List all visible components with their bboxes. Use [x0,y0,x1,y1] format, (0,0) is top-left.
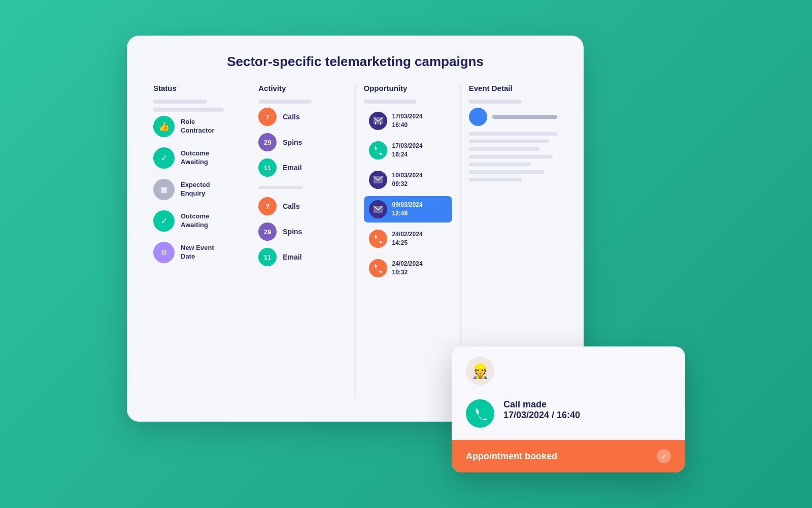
opp-5-icon [369,230,387,248]
appointment-check-icon: ✓ [657,449,671,463]
activity-column: Activity 7 Calls 29 Spins 11 Email [250,84,355,398]
outcome-awaiting-1-label: OutcomeAwaiting [181,149,209,167]
new-event-date-label: New EventDate [181,244,214,261]
status-item-outcome-2[interactable]: ✓ OutcomeAwaiting [153,210,242,232]
activity-group-1: 7 Calls 29 Spins 11 Email [258,108,347,177]
new-event-date-icon: ⚙ [153,242,175,263]
opportunity-header: Opportunity [364,84,452,92]
calls-1-label: Calls [283,113,299,121]
event-line-7 [469,178,522,181]
opp-6-icon [369,259,387,277]
activity-divider [258,186,302,189]
activity-email-1[interactable]: 11 Email [258,158,347,177]
status-item-outcome-1[interactable]: ✓ OutcomeAwaiting [153,147,242,169]
opp-2-date: 17/03/202416:24 [392,142,423,159]
event-line-3 [469,147,539,151]
activity-placeholder [258,100,312,104]
event-contact-row [469,108,557,126]
calls-1-badge: 7 [258,108,277,126]
activity-header: Activity [258,84,347,92]
event-line-6 [469,170,544,174]
opp-3-date: 10/03/202409:32 [392,171,423,188]
status-column: Status 👍 RoleContractor ✓ OutcomeAwaitin… [145,84,250,398]
calls-2-label: Calls [283,202,299,210]
status-placeholder-1 [153,100,207,104]
event-name-bar [492,115,557,119]
role-contractor-label: RoleContractor [181,118,214,135]
email-1-label: Email [283,164,301,172]
opportunity-item-5[interactable]: 24/02/202414:25 [364,226,452,252]
event-avatar [469,108,487,126]
opportunity-item-4[interactable]: 09/03/202412:49 [364,196,452,223]
opp-6-date: 24/02/202410:32 [392,260,423,277]
outcome-awaiting-1-icon: ✓ [153,147,175,169]
expected-enquiry-label: ExpectedEnquiry [181,181,210,198]
expected-enquiry-icon: ▦ [153,179,175,200]
event-detail-lines [469,132,557,181]
detail-card: 👷 Call made 17/03/2024 / 16:40 Appointme… [452,346,685,472]
status-item-new-event-date[interactable]: ⚙ New EventDate [153,242,242,263]
status-item-expected-enquiry[interactable]: ▦ ExpectedEnquiry [153,179,242,200]
event-placeholder-1 [469,100,522,104]
appointment-label: Appointment booked [466,451,557,462]
opportunity-item-6[interactable]: 24/02/202410:32 [364,255,452,281]
calls-2-badge: 7 [258,197,277,215]
activity-calls-1[interactable]: 7 Calls [258,108,347,126]
opp-4-date: 09/03/202412:49 [392,201,423,218]
email-2-badge: 11 [258,248,277,266]
status-header: Status [153,84,242,92]
email-2-label: Email [283,253,301,261]
opp-1-icon [369,112,387,130]
opp-placeholder [364,100,417,104]
opportunity-column: Opportunity 17/03/202416:40 [356,84,461,398]
opp-2-icon [369,141,387,160]
activity-calls-2[interactable]: 7 Calls [258,197,347,215]
scene: Sector-specific telemarketing campaigns … [127,36,685,472]
opportunity-item-3[interactable]: 10/03/202409:32 [364,167,452,193]
spins-1-label: Spins [283,138,302,146]
activity-email-2[interactable]: 11 Email [258,248,347,266]
detail-call-info: Call made 17/03/2024 / 16:40 [503,399,671,421]
appointment-footer[interactable]: Appointment booked ✓ [452,440,685,472]
activity-group-2: 7 Calls 29 Spins 11 Email [258,197,347,266]
spins-2-label: Spins [283,228,302,236]
event-line-1 [469,132,557,136]
event-line-5 [469,163,531,166]
spins-1-badge: 29 [258,133,277,151]
opportunity-item-2[interactable]: 17/03/202416:24 [364,137,452,164]
event-line-2 [469,140,549,143]
call-datetime: 17/03/2024 / 16:40 [503,410,671,421]
status-item-role-contractor[interactable]: 👍 RoleContractor [153,116,242,137]
opp-5-date: 24/02/202414:25 [392,230,423,247]
status-placeholder-2 [153,108,224,112]
opp-4-icon [369,200,387,218]
outcome-awaiting-2-label: OutcomeAwaiting [181,212,209,230]
activity-spins-1[interactable]: 29 Spins [258,133,347,151]
email-1-badge: 11 [258,158,277,177]
opportunity-item-1[interactable]: 17/03/202416:40 [364,108,452,134]
detail-card-top: 👷 [452,346,685,385]
spins-2-badge: 29 [258,223,277,241]
event-detail-header: Event Detail [469,84,557,92]
call-icon [466,399,494,428]
outcome-awaiting-2-icon: ✓ [153,210,175,232]
worker-emoji: 👷 [471,363,489,379]
opp-1-date: 17/03/202416:40 [392,112,423,130]
activity-spins-2[interactable]: 29 Spins [258,223,347,241]
event-line-4 [469,155,553,158]
opp-3-icon [369,171,387,189]
detail-card-body: Call made 17/03/2024 / 16:40 [452,385,685,440]
worker-icon: 👷 [466,357,494,385]
page-title: Sector-specific telemarketing campaigns [145,54,565,70]
role-contractor-icon: 👍 [153,116,175,137]
call-made-label: Call made [503,399,671,410]
